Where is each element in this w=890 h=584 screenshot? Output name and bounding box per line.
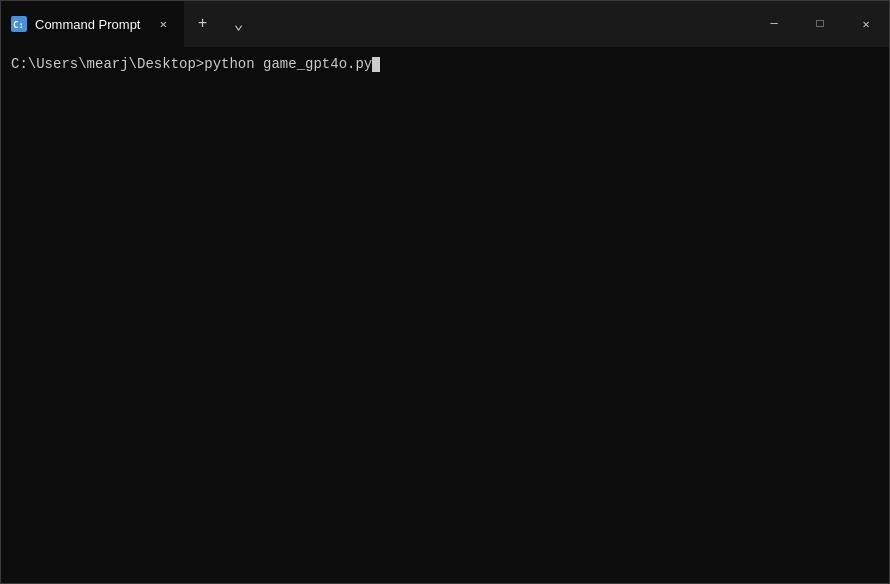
prompt-text: C:\Users\mearj\Desktop>python game_gpt4o…	[11, 55, 372, 75]
tab-actions: + ⌄	[184, 1, 256, 47]
window-controls: — □ ✕	[751, 1, 889, 47]
close-button[interactable]: ✕	[843, 1, 889, 47]
active-tab[interactable]: C: Command Prompt ✕	[1, 1, 184, 47]
tab-area: C: Command Prompt ✕ + ⌄	[1, 1, 751, 47]
title-bar: C: Command Prompt ✕ + ⌄ — □ ✕	[1, 1, 889, 47]
new-tab-button[interactable]: +	[184, 1, 220, 47]
cmd-icon: C:	[11, 16, 27, 32]
terminal-body[interactable]: C:\Users\mearj\Desktop>python game_gpt4o…	[1, 47, 889, 583]
minimize-button[interactable]: —	[751, 1, 797, 47]
terminal-window: C: Command Prompt ✕ + ⌄ — □ ✕ C:\Users\m…	[0, 0, 890, 584]
tab-dropdown-button[interactable]: ⌄	[220, 1, 256, 47]
tab-close-button[interactable]: ✕	[152, 13, 174, 35]
cursor	[372, 57, 380, 72]
maximize-button[interactable]: □	[797, 1, 843, 47]
tab-title: Command Prompt	[35, 17, 140, 32]
prompt-line: C:\Users\mearj\Desktop>python game_gpt4o…	[11, 55, 879, 75]
svg-text:C:: C:	[13, 20, 24, 30]
